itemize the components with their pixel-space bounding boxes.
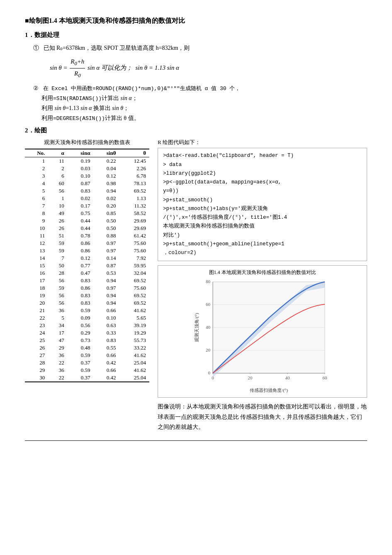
table-row: 11510.780.8861.42	[25, 232, 149, 240]
table-cell: 2	[48, 165, 67, 172]
table-row: 2250.090.105.65	[25, 314, 149, 322]
table-row: 360.100.126.78	[25, 172, 149, 180]
table-cell: 36	[48, 352, 67, 359]
table-cell: 0.86	[68, 284, 94, 292]
table-cell: 11.32	[119, 202, 149, 210]
table-cell: 24	[25, 329, 48, 337]
table-cell: 22	[48, 359, 67, 367]
table-cell: 5.65	[119, 314, 149, 322]
col-sintheta: sinθ	[93, 149, 119, 157]
table-cell: 5	[25, 187, 48, 195]
table-cell: 39.19	[119, 322, 149, 329]
frac-den: R0	[73, 68, 81, 80]
step2-line2: 利用=SIN(RADIANS())计算出 sin α；	[41, 95, 138, 101]
table-cell: 61.42	[119, 232, 149, 240]
table-cell: 33.22	[119, 344, 149, 352]
table-cell: 0.94	[93, 277, 119, 284]
table-row: 1470.120.147.92	[25, 254, 149, 262]
table-cell: 0.44	[68, 225, 94, 232]
table-cell: 22	[48, 374, 67, 382]
table-cell: 17	[25, 277, 48, 284]
table-cell: 4	[25, 180, 48, 187]
r-code-line: 本地观测天顶角和传感器扫描角的数值	[163, 222, 362, 231]
table-row: 28220.370.4225.04	[25, 359, 149, 367]
svg-text:80: 80	[206, 279, 211, 284]
table-cell: 0.04	[93, 165, 119, 172]
table-cell: 0.42	[93, 359, 119, 367]
section2: 2．绘图 观测天顶角和传感器扫描角的数值表 No. α sinα sinθ θ …	[25, 127, 367, 432]
table-cell: 51	[48, 232, 67, 240]
y-axis-label: 观测天顶角/(°)	[194, 313, 200, 342]
step1-num: ①	[33, 45, 39, 51]
table-row: 7100.170.2011.32	[25, 202, 149, 210]
svg-text:40: 40	[285, 375, 290, 380]
two-col-layout: 观测天顶角和传感器扫描角的数值表 No. α sinα sinθ θ 1110.…	[25, 139, 367, 432]
table-cell: 0.20	[93, 202, 119, 210]
table-row: 21360.590.6641.62	[25, 307, 149, 314]
table-row: 26290.480.5533.22	[25, 344, 149, 352]
table-row: 27360.590.6641.62	[25, 352, 149, 359]
table-cell: 0.22	[93, 157, 119, 165]
table-row: 30220.370.4225.04	[25, 374, 149, 382]
table-row: 9260.440.5029.69	[25, 217, 149, 225]
table-cell: 59	[48, 284, 67, 292]
table-cell: 25	[25, 337, 48, 344]
table-row: 17560.830.9469.52	[25, 277, 149, 284]
table-cell: 32.04	[119, 269, 149, 277]
r-code-line: y=θ))	[163, 187, 362, 196]
table-cell: 11	[25, 232, 48, 240]
table-cell: 0.14	[93, 254, 119, 262]
svg-text:0: 0	[208, 370, 210, 375]
formula-rest: sin α 可以化为； sin θ = 1.13 sin α	[88, 64, 179, 71]
r-code-line: 对比')	[163, 231, 362, 240]
table-cell: 17	[48, 329, 67, 337]
table-cell: 25.04	[119, 359, 149, 367]
r-code-line: >data<-read.table("clipboard", header = …	[163, 152, 362, 160]
table-cell: 69.52	[119, 277, 149, 284]
r-code-line: ，colour=2)	[163, 249, 362, 257]
table-row: 4600.870.9878.13	[25, 180, 149, 187]
step2-line3: 利用 sin θ=1.13 sin α 换算出 sin θ；	[41, 105, 129, 111]
data-table: No. α sinα sinθ θ 1110.190.2212.45220.03…	[25, 149, 149, 382]
table-cell: 60	[48, 180, 67, 187]
table-cell: 2.26	[119, 165, 149, 172]
table-cell: 29.69	[119, 217, 149, 225]
table-cell: 0.44	[68, 217, 94, 225]
table-cell: 0.77	[68, 262, 94, 269]
table-title: 观测天顶角和传感器扫描角的数值表	[25, 139, 149, 146]
table-row: 18590.860.9775.60	[25, 284, 149, 292]
chart-title: 图1.4 本地观测天顶角和传感器扫描角的数值对比	[161, 269, 363, 276]
table-row: 220.030.042.26	[25, 165, 149, 172]
col-alpha: α	[48, 149, 67, 157]
table-cell: 78.13	[119, 180, 149, 187]
table-cell: 0.94	[93, 292, 119, 299]
table-cell: 9	[25, 217, 48, 225]
table-cell: 16	[25, 269, 48, 277]
table-cell: 0.50	[93, 217, 119, 225]
table-row: 13590.860.9775.60	[25, 247, 149, 254]
section2-title: 2．绘图	[25, 127, 367, 134]
table-cell: 28	[48, 269, 67, 277]
table-cell: 0.83	[68, 299, 94, 307]
table-cell: 58.52	[119, 210, 149, 217]
table-row: 20560.830.9469.52	[25, 299, 149, 307]
table-cell: 12.45	[119, 157, 149, 165]
table-cell: 0.59	[68, 307, 94, 314]
table-cell: 26	[48, 225, 67, 232]
table-cell: 41.62	[119, 307, 149, 314]
table-cell: 22	[25, 314, 48, 322]
table-cell: 1	[48, 195, 67, 202]
table-row: 25470.730.8355.73	[25, 337, 149, 344]
table-row: 15500.770.8759.95	[25, 262, 149, 269]
table-cell: 59	[48, 247, 67, 254]
r-code-line: /(°)',x='传感器扫描角度/(°)', title='图1.4	[163, 213, 362, 222]
table-cell: 26	[25, 344, 48, 352]
table-cell: 0.86	[68, 247, 94, 254]
r-code-line: >p+stat_smooth()	[163, 196, 362, 205]
table-cell: 30	[25, 374, 48, 382]
table-cell: 5	[48, 314, 67, 322]
svg-text:60: 60	[206, 302, 211, 307]
table-header-row: No. α sinα sinθ θ	[25, 149, 149, 157]
table-cell: 19.29	[119, 329, 149, 337]
table-row: 24170.290.3319.29	[25, 329, 149, 337]
